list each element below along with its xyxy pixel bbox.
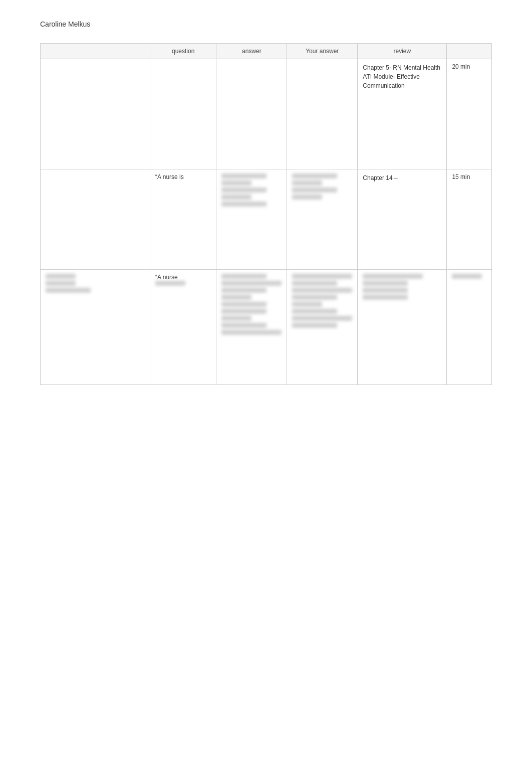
row3-question: “A nurse (150, 270, 216, 385)
table-row: “A nurse (41, 270, 492, 385)
row2-question: “A nurse is (150, 169, 216, 270)
row2-time: 15 min (447, 169, 492, 270)
row2-answer (216, 169, 287, 270)
table-header-row: question answer Your answer review (41, 44, 492, 59)
row1-review: Chapter 5- RN Mental Health ATI Module- … (358, 59, 447, 169)
row1-answer (216, 59, 287, 169)
row3-review (358, 270, 447, 385)
row2-your-answer-blurred (292, 173, 352, 200)
row1-your-answer (287, 59, 358, 169)
col-header-extra (41, 44, 150, 59)
row3-answer (216, 270, 287, 385)
row3-your-answer (287, 270, 358, 385)
row3-time-blurred (452, 274, 486, 279)
row1-extra (41, 59, 150, 169)
row1-time: 20 min (447, 59, 492, 169)
row2-review: Chapter 14 – (358, 169, 447, 270)
row3-answer-blurred (221, 274, 282, 335)
row1-question (150, 59, 216, 169)
col-header-review: review (358, 44, 447, 59)
row3-your-answer-blurred (292, 274, 352, 328)
row2-answer-blurred (221, 173, 282, 207)
row3-extra (41, 270, 150, 385)
row3-question-blurred (155, 281, 211, 286)
page-header: Caroline Melkus (40, 20, 492, 28)
row3-extra-blurred (46, 274, 145, 293)
table-row: “A nurse is Cha (41, 169, 492, 270)
col-header-answer: answer (216, 44, 287, 59)
table-row: Chapter 5- RN Mental Health ATI Module- … (41, 59, 492, 169)
row3-review-blurred (363, 274, 441, 300)
col-header-question: question (150, 44, 216, 59)
col-header-time (447, 44, 492, 59)
main-table: question answer Your answer review Chapt… (40, 43, 492, 385)
row2-your-answer (287, 169, 358, 270)
row3-time (447, 270, 492, 385)
col-header-your-answer: Your answer (287, 44, 358, 59)
row2-extra (41, 169, 150, 270)
user-name: Caroline Melkus (40, 20, 90, 28)
